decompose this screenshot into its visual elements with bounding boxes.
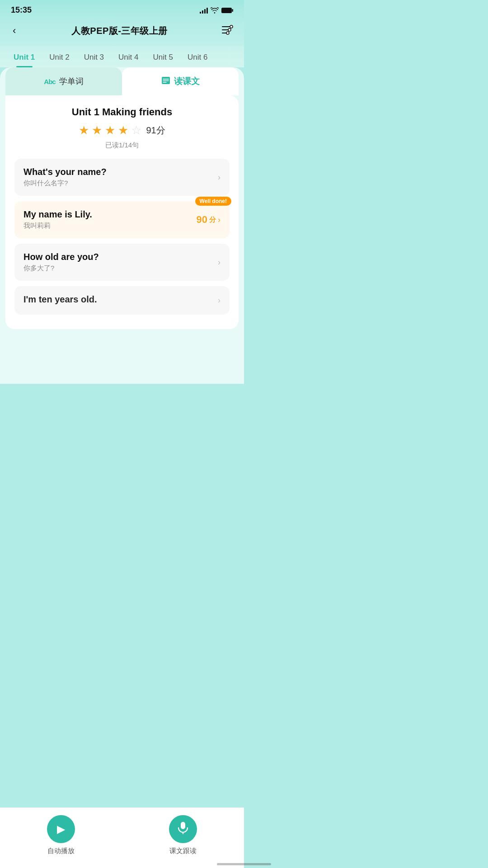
sentence-content-4: I'm ten years old. <box>23 294 218 307</box>
sentence-en-1: What's your name? <box>23 167 218 177</box>
tab-unit1[interactable]: Unit 1 <box>7 49 41 67</box>
chevron-icon-4: › <box>218 296 221 305</box>
chevron-icon-1: › <box>218 173 221 182</box>
unit-title: Unit 1 Making friends <box>14 106 230 118</box>
star-3: ★ <box>105 123 115 137</box>
sentence-zh-1: 你叫什么名字? <box>23 179 218 188</box>
tab-vocabulary[interactable]: Abc 学单词 <box>5 67 122 95</box>
tab-unit6[interactable]: Unit 6 <box>181 49 214 67</box>
sentence-item-1[interactable]: What's your name? 你叫什么名字? › <box>14 159 230 196</box>
sentence-en-3: How old are you? <box>23 252 218 262</box>
star-4: ★ <box>118 123 128 137</box>
progress-text: 已读1/14句 <box>14 141 230 150</box>
sub-tabs: Abc 学单词 读课文 <box>5 67 239 95</box>
back-button[interactable]: ‹ <box>11 23 18 38</box>
wifi-icon <box>211 7 219 14</box>
sentence-item-3[interactable]: How old are you? 你多大了? › <box>14 244 230 281</box>
star-5: ☆ <box>131 123 141 137</box>
tab-reading[interactable]: 读课文 <box>122 67 239 95</box>
score-display: 91分 <box>146 124 165 137</box>
tab-unit4[interactable]: Unit 4 <box>112 49 145 67</box>
sentence-item-wrapper-2: Well done! My name is Lily. 我叫莉莉 90 分 › <box>14 201 230 238</box>
well-done-badge: Well done! <box>195 197 231 206</box>
sentence-item-2[interactable]: My name is Lily. 我叫莉莉 90 分 › <box>14 201 230 238</box>
svg-point-6 <box>228 28 231 31</box>
header: ‹ 人教PEP版-三年级上册 <box>0 19 244 46</box>
sentence-score-2: 90 <box>197 214 207 226</box>
sentence-right-4: › <box>218 296 221 305</box>
sentence-fen-2: 分 <box>209 216 216 224</box>
reading-label: 读课文 <box>174 75 200 87</box>
sentence-right-1: › <box>218 173 221 182</box>
book-icon <box>161 76 170 87</box>
main-content: Abc 学单词 读课文 Unit 1 Making friends ★ ★ ★ … <box>0 67 244 384</box>
sentence-item-4[interactable]: I'm ten years old. › <box>14 286 230 315</box>
star-1: ★ <box>79 123 89 137</box>
status-time: 15:35 <box>11 5 32 15</box>
content-card: Unit 1 Making friends ★ ★ ★ ★ ☆ 91分 已读1/… <box>5 95 239 329</box>
tab-unit2[interactable]: Unit 2 <box>43 49 75 67</box>
filter-icon <box>221 25 233 35</box>
sentence-en-2: My name is Lily. <box>23 209 197 220</box>
sentence-right-2: 90 分 › <box>197 214 221 226</box>
vocabulary-label: 学单词 <box>59 76 84 87</box>
sentence-zh-2: 我叫莉莉 <box>23 222 197 230</box>
abc-icon: Abc <box>44 78 55 85</box>
svg-rect-1 <box>232 9 234 12</box>
sentence-content-1: What's your name? 你叫什么名字? <box>23 167 218 188</box>
star-2: ★ <box>92 123 102 137</box>
sentence-content-2: My name is Lily. 我叫莉莉 <box>23 209 197 230</box>
tab-unit5[interactable]: Unit 5 <box>147 49 179 67</box>
status-icons <box>200 7 233 14</box>
tab-unit3[interactable]: Unit 3 <box>78 49 110 67</box>
svg-point-5 <box>230 25 233 28</box>
page-title: 人教PEP版-三年级上册 <box>71 25 168 37</box>
sentence-zh-3: 你多大了? <box>23 264 218 273</box>
rating-row: ★ ★ ★ ★ ☆ 91分 <box>14 123 230 137</box>
sentence-en-4: I'm ten years old. <box>23 294 218 305</box>
filter-button[interactable] <box>221 25 233 37</box>
svg-rect-0 <box>221 8 232 13</box>
status-bar: 15:35 <box>0 0 244 19</box>
signal-icon <box>200 7 208 14</box>
chevron-icon-3: › <box>218 258 221 267</box>
sentence-right-3: › <box>218 258 221 267</box>
unit-tabs: Unit 1 Unit 2 Unit 3 Unit 4 Unit 5 Unit … <box>0 46 244 67</box>
svg-point-7 <box>226 32 229 34</box>
sentence-content-3: How old are you? 你多大了? <box>23 252 218 273</box>
score-chevron-2: › <box>218 215 221 225</box>
battery-icon <box>221 7 233 14</box>
